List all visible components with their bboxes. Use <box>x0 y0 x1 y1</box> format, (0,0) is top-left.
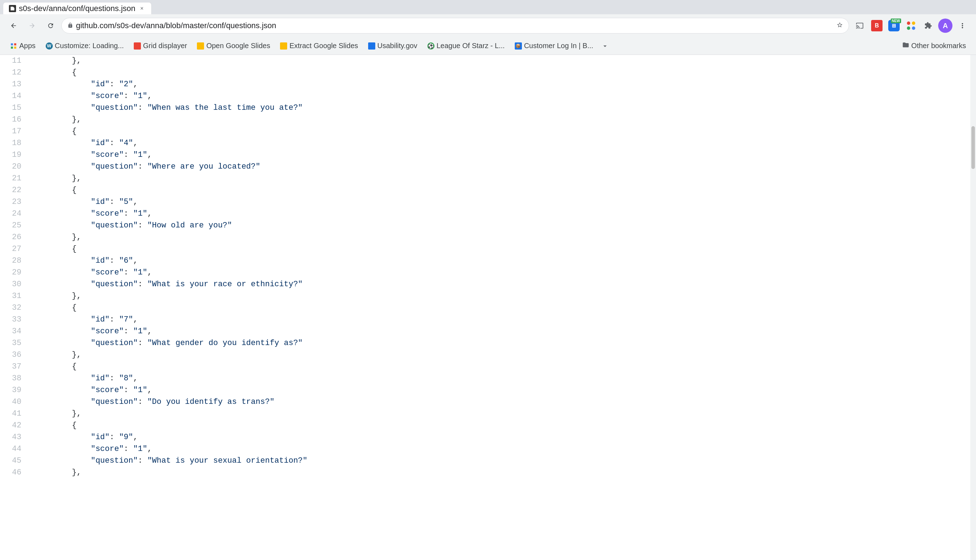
table-row: 44 "score": "1", <box>0 443 970 455</box>
tab-close-button[interactable]: × <box>139 5 145 12</box>
line-number: 43 <box>0 431 28 443</box>
forward-button[interactable] <box>24 18 40 33</box>
bookmark-star-icon[interactable] <box>837 21 843 30</box>
line-content: { <box>28 67 970 78</box>
bookmark-extract-slides[interactable]: Extract Google Slides <box>276 40 362 52</box>
active-tab[interactable]: s0s-dev/anna/conf/questions.json × <box>3 2 152 14</box>
scrollbar-track[interactable] <box>970 55 976 560</box>
line-content: "id": "4", <box>28 137 970 149</box>
line-number: 22 <box>0 184 28 196</box>
bookmark-league-favicon: ⚽ <box>427 42 435 50</box>
bookmark-wordpress[interactable]: W Customize: Loading... <box>42 40 128 52</box>
navigation-bar: github.com/s0s-dev/anna/blob/master/conf… <box>0 14 976 37</box>
reload-button[interactable] <box>43 18 58 33</box>
tab-bar: s0s-dev/anna/conf/questions.json × <box>0 0 976 14</box>
table-row: 19 "score": "1", <box>0 149 970 161</box>
profile-button[interactable]: A <box>938 18 953 33</box>
bookmark-league-label: League Of Starz - L... <box>437 42 505 50</box>
code-view[interactable]: 11 },12 {13 "id": "2",14 "score": "1",15… <box>0 55 970 560</box>
svg-point-0 <box>907 22 910 25</box>
line-number: 20 <box>0 161 28 173</box>
line-number: 33 <box>0 314 28 325</box>
line-number: 15 <box>0 102 28 114</box>
other-bookmarks-button[interactable]: Other bookmarks <box>898 39 970 53</box>
table-row: 31 }, <box>0 290 970 302</box>
chromecast-button[interactable] <box>852 18 867 33</box>
line-number: 24 <box>0 208 28 220</box>
color-extension-button[interactable] <box>903 18 919 33</box>
line-number: 40 <box>0 396 28 408</box>
table-row: 33 "id": "7", <box>0 314 970 325</box>
line-content: }, <box>28 467 970 478</box>
bookmark-league[interactable]: ⚽ League Of Starz - L... <box>423 40 509 52</box>
bookmark-customer-label: Customer Log In | B... <box>524 42 593 50</box>
bookmarks-bar: Apps W Customize: Loading... Grid displa… <box>0 37 976 55</box>
line-content: "id": "5", <box>28 196 970 208</box>
bookmark-customer[interactable]: 📦 Customer Log In | B... <box>510 40 598 52</box>
bitdefender-extension-button[interactable]: B <box>869 18 885 33</box>
bookmark-open-slides[interactable]: Open Google Slides <box>193 40 274 52</box>
bookmark-grid-label: Grid displayer <box>143 42 187 50</box>
line-content: { <box>28 361 970 373</box>
bookmark-grid[interactable]: Grid displayer <box>129 40 191 52</box>
line-number: 11 <box>0 55 28 67</box>
other-bookmarks-folder-icon <box>902 42 909 51</box>
svg-point-3 <box>912 27 915 30</box>
line-content: "question": "Where are you located?" <box>28 161 970 173</box>
table-row: 27 { <box>0 243 970 255</box>
other-bookmarks-label: Other bookmarks <box>911 42 966 50</box>
table-row: 20 "question": "Where are you located?" <box>0 161 970 173</box>
svg-rect-4 <box>11 43 13 45</box>
new-extension-button[interactable]: ⊞ NEW <box>886 18 902 33</box>
line-content: "question": "How old are you?" <box>28 220 970 231</box>
line-content: }, <box>28 408 970 420</box>
line-content: }, <box>28 290 970 302</box>
bookmark-apps[interactable]: Apps <box>6 40 40 52</box>
bookmark-extract-slides-favicon <box>280 42 287 50</box>
line-number: 35 <box>0 337 28 349</box>
table-row: 30 "question": "What is your race or eth… <box>0 278 970 290</box>
line-content: "score": "1", <box>28 208 970 220</box>
table-row: 26 }, <box>0 231 970 243</box>
line-number: 16 <box>0 114 28 125</box>
table-row: 15 "question": "When was the last time y… <box>0 102 970 114</box>
line-content: "question": "What gender do you identify… <box>28 337 970 349</box>
line-content: }, <box>28 173 970 184</box>
more-menu-button[interactable] <box>954 18 970 33</box>
line-number: 14 <box>0 90 28 102</box>
back-button[interactable] <box>6 18 22 33</box>
table-row: 39 "score": "1", <box>0 384 970 396</box>
table-row: 41 }, <box>0 408 970 420</box>
address-bar[interactable]: github.com/s0s-dev/anna/blob/master/conf… <box>61 18 849 33</box>
bookmark-grid-favicon <box>134 42 141 50</box>
line-content: "id": "7", <box>28 314 970 325</box>
line-content: { <box>28 302 970 314</box>
scrollbar-thumb[interactable] <box>971 126 975 169</box>
line-content: "score": "1", <box>28 443 970 455</box>
line-content: "id": "2", <box>28 78 970 90</box>
bookmark-usability[interactable]: Usability.gov <box>364 40 422 52</box>
line-content: "question": "Do you identify as trans?" <box>28 396 970 408</box>
line-content: "question": "What is your sexual orienta… <box>28 455 970 467</box>
line-number: 32 <box>0 302 28 314</box>
bookmark-usability-label: Usability.gov <box>378 42 417 50</box>
table-row: 34 "score": "1", <box>0 325 970 337</box>
extensions-button[interactable] <box>920 18 936 33</box>
line-content: }, <box>28 349 970 361</box>
line-number: 13 <box>0 78 28 90</box>
code-table: 11 },12 {13 "id": "2",14 "score": "1",15… <box>0 55 970 478</box>
line-number: 46 <box>0 467 28 478</box>
line-number: 28 <box>0 255 28 267</box>
line-content: "score": "1", <box>28 267 970 278</box>
bookmark-wordpress-favicon: W <box>46 42 53 50</box>
table-row: 24 "score": "1", <box>0 208 970 220</box>
line-content: }, <box>28 55 970 67</box>
bookmark-more-chevron[interactable] <box>599 41 611 51</box>
table-row: 18 "id": "4", <box>0 137 970 149</box>
svg-rect-6 <box>11 46 13 48</box>
table-row: 37 { <box>0 361 970 373</box>
lock-icon <box>67 22 73 30</box>
line-content: "id": "8", <box>28 373 970 384</box>
line-number: 23 <box>0 196 28 208</box>
line-number: 38 <box>0 373 28 384</box>
